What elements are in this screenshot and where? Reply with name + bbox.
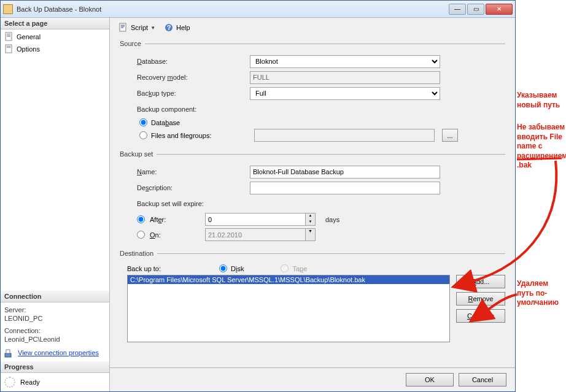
annotation-arrows — [0, 0, 566, 392]
